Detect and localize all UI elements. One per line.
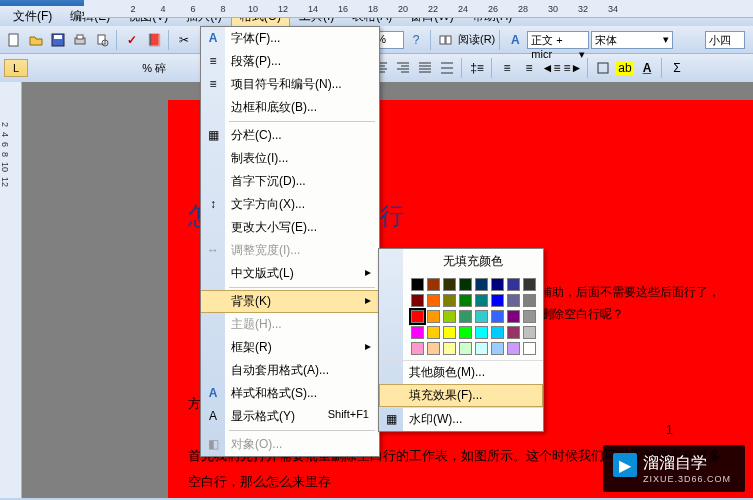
highlight-icon[interactable]: ab (615, 58, 635, 78)
color-swatch[interactable] (443, 294, 456, 307)
menu-item-theme: 主题(H)... (201, 313, 379, 336)
menu-item-columns[interactable]: ▦分栏(C)... (201, 124, 379, 147)
cut-icon[interactable]: ✂ (174, 30, 194, 50)
color-swatch[interactable] (459, 342, 472, 355)
color-swatch[interactable] (411, 342, 424, 355)
open-icon[interactable] (26, 30, 46, 50)
menu-item-chinese-layout[interactable]: 中文版式(L)▸ (201, 262, 379, 285)
color-swatch[interactable] (507, 342, 520, 355)
menu-item-autoformat[interactable]: 自动套用格式(A)... (201, 359, 379, 382)
color-swatch[interactable] (491, 310, 504, 323)
font-size-combo[interactable]: 小四 (705, 31, 745, 49)
menu-item-dropcap[interactable]: 首字下沉(D)... (201, 170, 379, 193)
menu-file[interactable]: 文件(F) (4, 5, 61, 28)
color-swatch[interactable] (523, 342, 536, 355)
submenu-arrow-icon: ▸ (365, 293, 371, 307)
color-swatch[interactable] (411, 326, 424, 339)
color-swatch[interactable] (523, 326, 536, 339)
research-icon[interactable]: 📕 (144, 30, 164, 50)
color-swatch[interactable] (459, 326, 472, 339)
color-swatch[interactable] (507, 278, 520, 291)
menu-item-styles[interactable]: A样式和格式(S)... (201, 382, 379, 405)
ruler-mark: 32 (568, 4, 598, 14)
color-palette (379, 274, 543, 360)
font-color-icon[interactable]: A (637, 58, 657, 78)
color-swatch[interactable] (523, 294, 536, 307)
color-swatch[interactable] (475, 278, 488, 291)
color-swatch[interactable] (411, 310, 424, 323)
numbering-icon[interactable]: ≡ (497, 58, 517, 78)
watermark-icon: ▦ (383, 411, 399, 427)
menu-item-changecase[interactable]: 更改大小写(E)... (201, 216, 379, 239)
increase-indent-icon[interactable]: ≡► (563, 58, 583, 78)
menu-item-borders[interactable]: 边框和底纹(B)... (201, 96, 379, 119)
color-swatch[interactable] (459, 294, 472, 307)
autosum-icon[interactable]: Σ (667, 58, 687, 78)
color-swatch[interactable] (443, 326, 456, 339)
print-preview-icon[interactable] (92, 30, 112, 50)
decrease-indent-icon[interactable]: ◄≡ (541, 58, 561, 78)
color-swatch[interactable] (475, 294, 488, 307)
color-swatch[interactable] (475, 310, 488, 323)
color-swatch[interactable] (475, 326, 488, 339)
color-swatch[interactable] (459, 310, 472, 323)
bullets-icon[interactable]: ≡ (519, 58, 539, 78)
color-swatch[interactable] (411, 294, 424, 307)
color-swatch[interactable] (459, 278, 472, 291)
shortcut-text: Shift+F1 (328, 408, 369, 420)
color-swatch[interactable] (507, 310, 520, 323)
color-swatch[interactable] (523, 310, 536, 323)
menu-item-frame[interactable]: 框架(R)▸ (201, 336, 379, 359)
color-swatch[interactable] (443, 342, 456, 355)
font-combo[interactable]: 宋体▾ (591, 31, 673, 49)
style-combo[interactable]: 正文 + micr▾ (527, 31, 589, 49)
save-icon[interactable] (48, 30, 68, 50)
no-fill-item[interactable]: 无填充颜色 (379, 249, 543, 274)
ruler-mark: 8 (208, 4, 238, 14)
read-icon[interactable] (436, 30, 456, 50)
color-swatch[interactable] (475, 342, 488, 355)
color-swatch[interactable] (411, 278, 424, 291)
align-right-icon[interactable] (393, 58, 413, 78)
menu-item-paragraph[interactable]: ≡段落(P)... (201, 50, 379, 73)
menu-item-font[interactable]: A字体(F)... (201, 27, 379, 50)
color-swatch[interactable] (427, 342, 440, 355)
color-swatch[interactable] (491, 294, 504, 307)
watermark-item[interactable]: ▦水印(W)... (379, 407, 543, 431)
background-submenu: 无填充颜色 其他颜色(M)... 填充效果(F)... ▦水印(W)... (378, 248, 544, 432)
more-colors-item[interactable]: 其他颜色(M)... (379, 360, 543, 384)
menu-item-background[interactable]: 背景(K)▸ (201, 290, 379, 313)
doc-tab[interactable]: L (4, 59, 28, 77)
fill-effects-item[interactable]: 填充效果(F)... (379, 384, 543, 407)
distribute-icon[interactable] (437, 58, 457, 78)
read-label[interactable]: 阅读(R) (458, 32, 495, 47)
help-icon[interactable]: ? (406, 30, 426, 50)
vertical-ruler[interactable]: 2 4 6 8 10 12 (0, 82, 22, 498)
color-swatch[interactable] (427, 294, 440, 307)
color-swatch[interactable] (427, 326, 440, 339)
color-swatch[interactable] (427, 310, 440, 323)
color-swatch[interactable] (443, 310, 456, 323)
style-icon[interactable]: A (505, 30, 525, 50)
menu-item-reveal[interactable]: A显示格式(Y)Shift+F1 (201, 405, 379, 428)
color-swatch[interactable] (443, 278, 456, 291)
line-spacing-icon[interactable]: ‡≡ (467, 58, 487, 78)
spelling-icon[interactable]: ✓ (122, 30, 142, 50)
menu-item-textdir[interactable]: ↕文字方向(X)... (201, 193, 379, 216)
new-icon[interactable] (4, 30, 24, 50)
color-swatch[interactable] (507, 294, 520, 307)
submenu-arrow-icon: ▸ (365, 339, 371, 353)
horizontal-ruler[interactable]: 2 4 6 8 10 12 14 16 18 20 22 24 26 28 30… (84, 0, 753, 18)
align-justify-icon[interactable] (415, 58, 435, 78)
menu-item-tabs[interactable]: 制表位(I)... (201, 147, 379, 170)
color-swatch[interactable] (523, 278, 536, 291)
menu-item-bullets[interactable]: ≡项目符号和编号(N)... (201, 73, 379, 96)
color-swatch[interactable] (491, 278, 504, 291)
border-icon[interactable] (593, 58, 613, 78)
color-swatch[interactable] (491, 342, 504, 355)
color-swatch[interactable] (507, 326, 520, 339)
format-dropdown-menu: A字体(F)... ≡段落(P)... ≡项目符号和编号(N)... 边框和底纹… (200, 26, 380, 457)
color-swatch[interactable] (427, 278, 440, 291)
color-swatch[interactable] (491, 326, 504, 339)
print-icon[interactable] (70, 30, 90, 50)
